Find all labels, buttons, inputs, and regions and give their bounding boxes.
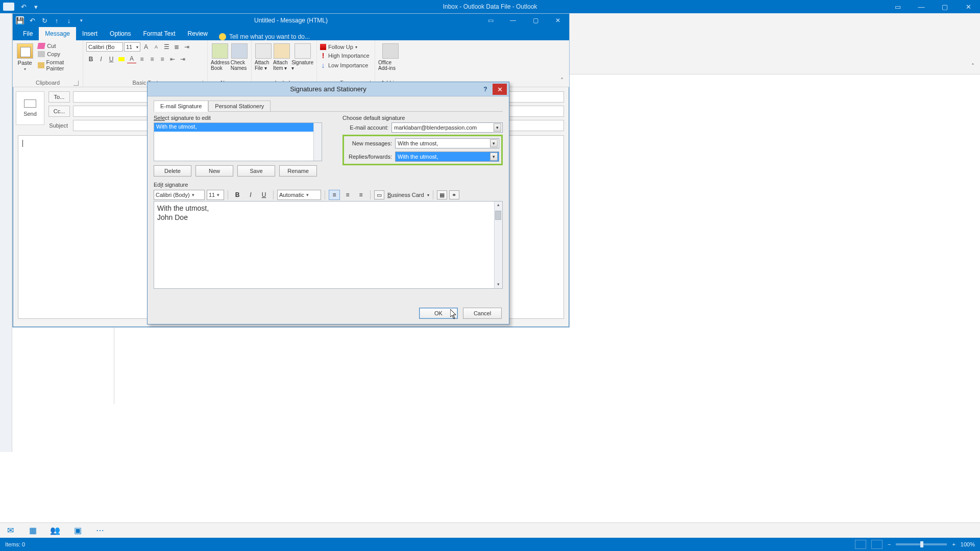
email-account-combo[interactable]: marklabarr@blenderpassion.com▾ [391,122,503,133]
view-reading-icon[interactable] [871,540,883,549]
business-card-icon[interactable]: ▭ [374,190,384,199]
dialog-title-bar[interactable]: Signatures and Stationery ? ✕ [148,82,509,96]
insert-picture-icon[interactable]: ▦ [437,190,447,199]
indent-icon[interactable]: ⇥ [182,42,191,52]
increase-indent-icon[interactable]: ⇥ [178,55,187,64]
paste-button[interactable]: Paste ▾ [16,42,34,71]
qat-customize-icon[interactable]: ▾ [31,2,40,11]
business-card-label[interactable]: Business Card [387,192,424,198]
cc-button[interactable]: Cc... [48,106,70,117]
zoom-in-icon[interactable]: + [952,541,955,547]
font-color-icon[interactable]: A [127,55,136,64]
message-list-pane[interactable] [12,328,114,404]
qat-undo-icon[interactable]: ↶ [28,16,36,24]
italic-button[interactable]: I [96,55,106,64]
sig-align-center-button[interactable]: ≡ [342,190,353,200]
tell-me[interactable]: Tell me what you want to do... [214,33,310,40]
sig-align-left-button[interactable]: ≡ [329,190,340,200]
tab-email-signature[interactable]: E-mail Signature [154,101,208,112]
sig-font-combo[interactable]: Calibri (Body)▾ [154,190,205,200]
underline-button[interactable]: U [107,55,116,64]
sig-size-combo[interactable]: 11▾ [207,190,224,200]
shrink-font-icon[interactable]: A [152,42,161,52]
reading-pane[interactable] [114,328,980,404]
calendar-icon[interactable]: ▦ [28,525,38,536]
minimize-icon[interactable]: — [502,14,524,27]
qat-undo-icon[interactable]: ↶ [19,2,28,11]
send-button[interactable]: Send [16,91,44,125]
qat-redo-icon[interactable]: ↻ [40,16,48,24]
signature-editor[interactable]: With the utmost, John Doe ▴ ▾ [154,201,503,289]
new-button[interactable]: New [195,165,233,177]
signature-list[interactable]: With the utmost, [154,122,322,161]
collapse-ribbon-icon[interactable]: ˄ [558,77,566,85]
bullets-icon[interactable]: ☰ [162,42,171,52]
tab-file[interactable]: File [17,27,39,40]
close-icon[interactable]: ✕ [547,14,569,27]
collapse-ribbon-icon[interactable]: ˄ [969,62,977,70]
ribbon-options-icon[interactable]: ▭ [886,0,910,13]
font-combo[interactable]: Calibri (Bo [86,42,123,52]
cancel-button[interactable]: Cancel [463,308,502,319]
align-right-icon[interactable]: ≡ [158,55,167,64]
chevron-down-icon[interactable]: ▾ [427,193,429,197]
more-icon[interactable]: ⋯ [95,525,105,536]
align-left-icon[interactable]: ≡ [137,55,146,64]
signature-list-item[interactable]: With the utmost, [154,123,322,132]
sig-align-right-button[interactable]: ≡ [355,190,366,200]
view-normal-icon[interactable] [855,540,866,549]
mail-icon[interactable]: ✉ [5,525,15,536]
decrease-indent-icon[interactable]: ⇤ [168,55,177,64]
bold-button[interactable]: B [86,55,95,64]
scrollbar[interactable] [313,123,322,161]
highlight-icon[interactable] [117,55,126,64]
sig-italic-button[interactable]: I [245,190,256,200]
font-size-combo[interactable]: 11▾ [124,42,140,52]
replies-forwards-combo[interactable]: With the utmost,▾ [395,152,499,162]
check-names-button[interactable]: Check Names [231,42,248,71]
sig-underline-button[interactable]: U [258,190,270,200]
tab-message[interactable]: Message [39,27,76,40]
numbering-icon[interactable]: ≣ [172,42,181,52]
help-icon[interactable]: ? [479,84,492,94]
qat-up-icon[interactable]: ↑ [53,16,61,24]
address-book-button[interactable]: Address Book [211,42,230,71]
to-button[interactable]: To... [48,91,70,103]
save-button[interactable]: Save [237,165,275,177]
maximize-icon[interactable]: ▢ [524,14,547,27]
format-painter-button[interactable]: Format Painter [37,59,80,72]
high-importance-button[interactable]: !High Importance [320,51,370,60]
follow-up-button[interactable]: Follow Up▾ [320,43,357,51]
qat-save-icon[interactable]: 💾 [16,16,24,24]
copy-button[interactable]: Copy [37,51,80,58]
attach-file-button[interactable]: Attach File ▾ [255,42,272,71]
attach-item-button[interactable]: Attach Item ▾ [273,42,290,71]
low-importance-button[interactable]: ↓Low Importance [320,61,368,70]
insert-link-icon[interactable]: ⚭ [449,190,459,199]
cut-button[interactable]: Cut [37,42,80,49]
grow-font-icon[interactable]: A [141,42,151,52]
tab-personal-stationery[interactable]: Personal Stationery [208,101,271,111]
ok-button[interactable]: OK [419,308,458,319]
qat-customize-icon[interactable]: ▾ [77,16,85,24]
sig-bold-button[interactable]: B [232,190,243,200]
rename-button[interactable]: Rename [279,165,317,177]
scroll-up-icon[interactable]: ▴ [495,202,501,209]
minimize-icon[interactable]: — [910,0,933,13]
qat-down-icon[interactable]: ↓ [65,16,73,24]
close-icon[interactable]: ✕ [957,0,980,13]
tab-options[interactable]: Options [104,27,137,40]
people-icon[interactable]: 👥 [50,525,60,536]
scroll-down-icon[interactable]: ▾ [495,281,501,288]
office-addins-button[interactable]: Office Add-ins [378,42,403,71]
ribbon-options-icon[interactable]: ▭ [479,14,502,27]
sig-color-combo[interactable]: Automatic▾ [277,190,321,200]
tab-insert[interactable]: Insert [76,27,104,40]
delete-button[interactable]: Delete [154,165,191,177]
zoom-slider[interactable] [896,543,947,545]
close-icon[interactable]: ✕ [493,84,507,95]
scroll-thumb[interactable] [495,211,501,220]
new-messages-combo[interactable]: With the utmost,▾ [395,138,499,148]
zoom-out-icon[interactable]: − [888,541,891,547]
dialog-launcher-icon[interactable] [74,81,79,86]
